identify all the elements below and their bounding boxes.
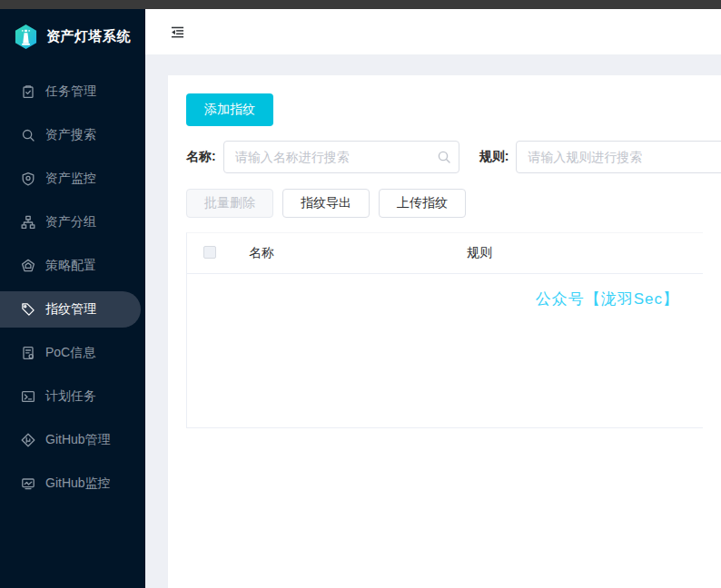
rule-filter-label: 规则: [479, 149, 509, 165]
sidebar-item-task-manage[interactable]: 任务管理 [0, 70, 145, 113]
table-body-empty: 公众号【泷羽Sec】 [187, 274, 703, 428]
monitor-icon [21, 476, 35, 491]
select-all-checkbox[interactable] [203, 246, 216, 259]
name-search-input[interactable] [223, 141, 459, 173]
filter-row: 名称: 规则: [186, 141, 703, 173]
fingerprint-card: 添加指纹 名称: 规则: 批量删除 指纹 [168, 75, 721, 588]
sidebar: 资产灯塔系统 任务管理资产搜索资产监控资产分组策略配置指纹管理PoC信息计划任务… [0, 9, 145, 588]
search-icon [437, 150, 451, 164]
name-filter-field [223, 141, 459, 173]
sitemap-icon [21, 215, 35, 230]
column-header-name: 名称 [242, 245, 459, 261]
watermark-text: 公众号【泷羽Sec】 [536, 289, 679, 309]
add-fingerprint-button[interactable]: 添加指纹 [186, 93, 273, 126]
clipboard-icon [21, 84, 35, 99]
upload-fingerprint-button[interactable]: 上传指纹 [379, 189, 466, 218]
main-area: 添加指纹 名称: 规则: 批量删除 指纹 [145, 9, 721, 588]
sidebar-menu: 任务管理资产搜索资产监控资产分组策略配置指纹管理PoC信息计划任务GitHub管… [0, 70, 145, 505]
table-header-row: 名称 规则 [187, 233, 703, 274]
actions-row: 批量删除 指纹导出 上传指纹 [186, 189, 703, 218]
sidebar-item-label: PoC信息 [45, 345, 95, 361]
fold-icon [171, 25, 184, 39]
shield-icon [21, 172, 35, 186]
rule-search-input[interactable] [516, 141, 721, 173]
pentagon-icon [21, 259, 35, 273]
sidebar-item-label: 任务管理 [45, 83, 96, 100]
sidebar-item-label: 资产监控 [45, 171, 96, 187]
sidebar-item-scheduled-task[interactable]: 计划任务 [0, 375, 145, 418]
tag-icon [21, 302, 35, 317]
sidebar-item-label: 资产搜索 [45, 127, 96, 143]
sidebar-item-label: GitHub管理 [45, 432, 111, 448]
sidebar-item-label: 计划任务 [45, 388, 96, 405]
sidebar-item-github-manage[interactable]: GitHub管理 [0, 418, 145, 462]
terminal-icon [21, 389, 35, 404]
lighthouse-hexagon-icon [14, 24, 38, 50]
select-all-cell [187, 246, 242, 261]
batch-delete-button[interactable]: 批量删除 [186, 189, 273, 218]
content-area: 添加指纹 名称: 规则: 批量删除 指纹 [145, 54, 721, 588]
git-icon [21, 433, 35, 447]
sidebar-item-fingerprint[interactable]: 指纹管理 [0, 291, 141, 328]
search-icon [21, 128, 35, 142]
sidebar-item-label: 指纹管理 [45, 301, 96, 318]
sidebar-item-label: GitHub监控 [45, 475, 111, 492]
window-top-strip [0, 0, 721, 9]
sidebar-item-github-monitor[interactable]: GitHub监控 [0, 462, 145, 505]
name-filter-label: 名称: [186, 149, 216, 165]
document-icon [21, 346, 35, 360]
sidebar-item-poc-info[interactable]: PoC信息 [0, 331, 145, 375]
sidebar-item-policy-config[interactable]: 策略配置 [0, 244, 145, 288]
export-fingerprint-button[interactable]: 指纹导出 [282, 189, 370, 218]
top-header [145, 9, 721, 54]
sidebar-item-asset-monitor[interactable]: 资产监控 [0, 157, 145, 201]
fingerprint-table: 名称 规则 公众号【泷羽Sec】 [186, 232, 703, 428]
column-header-rule: 规则 [459, 245, 703, 261]
collapse-sidebar-button[interactable] [171, 25, 184, 39]
sidebar-item-asset-group[interactable]: 资产分组 [0, 201, 145, 244]
sidebar-item-label: 资产分组 [45, 214, 96, 230]
sidebar-item-label: 策略配置 [45, 258, 96, 274]
app-logo: 资产灯塔系统 [0, 9, 145, 63]
rule-filter-field [516, 141, 721, 173]
sidebar-item-asset-search[interactable]: 资产搜索 [0, 113, 145, 157]
app-title: 资产灯塔系统 [46, 28, 131, 45]
